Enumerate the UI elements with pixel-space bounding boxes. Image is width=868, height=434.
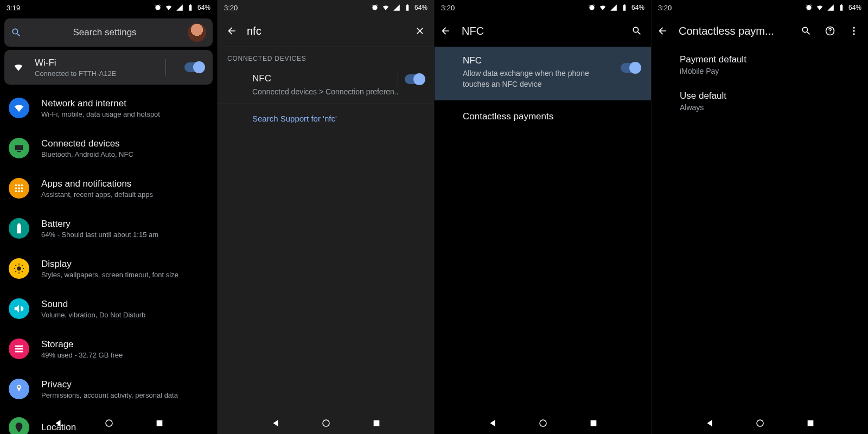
display-icon <box>9 258 29 279</box>
search-input[interactable] <box>247 25 405 37</box>
svg-point-23 <box>853 30 854 31</box>
nfc-sub: Allow data exchange when the phone touch… <box>463 68 593 90</box>
nfc-toggle[interactable] <box>621 63 640 73</box>
row-sub: Styles, wallpapers, screen timeout, font… <box>41 271 208 279</box>
recent-nav-icon[interactable] <box>589 419 598 427</box>
section-label: Connected Devices <box>218 47 434 68</box>
row-title: Payment default <box>680 54 858 65</box>
row-connected-devices[interactable]: Connected devicesBluetooth, Android Auto… <box>0 128 217 168</box>
row-use-default[interactable]: Use default Always <box>652 83 868 119</box>
recent-nav-icon[interactable] <box>372 419 381 427</box>
svg-point-5 <box>21 187 23 189</box>
row-sub: Permissions, account activity, personal … <box>41 391 208 399</box>
back-nav-icon[interactable] <box>271 418 280 428</box>
alarm-icon <box>371 4 379 11</box>
status-icons: 64% <box>371 4 427 11</box>
status-icons: 64% <box>588 4 644 11</box>
profile-avatar[interactable] <box>188 23 206 42</box>
wifi-icon <box>382 4 390 11</box>
row-privacy[interactable]: PrivacyPermissions, account activity, pe… <box>0 369 217 409</box>
close-icon[interactable] <box>414 25 425 36</box>
row-contactless-payments[interactable]: Contactless payments <box>435 100 651 133</box>
battery-icon <box>404 4 411 11</box>
svg-point-6 <box>15 190 17 193</box>
search-icon[interactable] <box>801 25 812 36</box>
help-icon[interactable] <box>825 25 835 36</box>
wifi-toggle[interactable] <box>184 62 204 72</box>
wifi-quick-tile[interactable]: Wi-Fi Connected to FTTH-A12E <box>4 50 213 85</box>
row-display[interactable]: DisplayStyles, wallpapers, screen timeou… <box>0 248 217 289</box>
row-title: Network and internet <box>41 98 208 109</box>
signal-icon <box>176 4 183 11</box>
clock: 3:20 <box>224 4 238 12</box>
battery-text: 64% <box>848 4 861 11</box>
search-settings-bar[interactable]: Search settings <box>4 18 213 47</box>
search-icon[interactable] <box>631 25 642 36</box>
nfc-master-tile[interactable]: NFC Allow data exchange when the phone t… <box>435 47 651 100</box>
back-icon[interactable] <box>657 25 668 36</box>
alarm-icon <box>154 4 162 11</box>
nfc-toggle[interactable] <box>405 74 424 84</box>
row-network[interactable]: Network and internetWi-Fi, mobile, data … <box>0 88 217 128</box>
alarm-icon <box>805 4 813 11</box>
svg-point-13 <box>18 386 20 388</box>
more-icon[interactable] <box>848 25 859 36</box>
row-sub: Volume, vibration, Do Not Disturb <box>41 311 208 319</box>
svg-point-1 <box>18 184 20 187</box>
svg-point-24 <box>853 33 854 35</box>
back-nav-icon[interactable] <box>488 418 497 428</box>
page-title: NFC <box>457 25 622 37</box>
signal-icon <box>827 4 834 11</box>
home-nav-icon[interactable] <box>321 418 331 428</box>
result-nfc[interactable]: NFC Connected devices > Connection prefe… <box>218 68 434 104</box>
status-bar: 3:20 64% <box>652 0 868 15</box>
row-title: Apps and notifications <box>41 178 208 189</box>
battery-text: 64% <box>631 4 644 11</box>
svg-rect-10 <box>15 346 23 347</box>
back-nav-icon[interactable] <box>53 418 63 428</box>
settings-main-screen: 3:19 64% Search settings Wi-Fi Connected… <box>0 0 217 434</box>
row-sound[interactable]: SoundVolume, vibration, Do Not Disturb <box>0 289 217 329</box>
status-icons: 64% <box>154 4 210 11</box>
home-nav-icon[interactable] <box>104 418 114 428</box>
row-battery[interactable]: Battery64% - Should last until about 1:1… <box>0 208 217 248</box>
battery-icon <box>187 4 194 11</box>
status-icons: 64% <box>805 4 861 11</box>
row-sub: 49% used - 32.72 GB free <box>41 351 208 359</box>
svg-rect-12 <box>15 351 23 353</box>
status-bar: 3:20 64% <box>435 0 651 15</box>
search-support-link[interactable]: Search Support for 'nfc' <box>218 104 434 133</box>
svg-point-8 <box>21 190 23 193</box>
back-nav-icon[interactable] <box>705 418 714 428</box>
row-sub: Always <box>680 103 858 112</box>
home-nav-icon[interactable] <box>538 418 548 428</box>
row-apps[interactable]: Apps and notificationsAssistant, recent … <box>0 168 217 208</box>
svg-rect-26 <box>808 420 814 426</box>
wifi-icon <box>13 62 24 73</box>
recent-nav-icon[interactable] <box>806 419 815 427</box>
settings-list[interactable]: Search settings Wi-Fi Connected to FTTH-… <box>0 15 217 434</box>
row-title: Connected devices <box>41 138 208 149</box>
row-title: Sound <box>41 299 208 310</box>
recent-nav-icon[interactable] <box>155 419 164 427</box>
back-icon[interactable] <box>226 25 237 36</box>
svg-point-3 <box>15 187 17 189</box>
svg-point-22 <box>853 27 854 29</box>
contactless-payments-screen: 3:20 64% Contactless paym... Payment def… <box>651 0 868 434</box>
nav-bar <box>0 412 217 434</box>
wifi-icon <box>9 98 29 118</box>
devices-icon <box>9 138 29 158</box>
back-icon[interactable] <box>440 25 451 36</box>
search-header <box>218 15 434 47</box>
sound-icon <box>9 298 29 319</box>
row-sub: Bluetooth, Android Auto, NFC <box>41 150 208 158</box>
home-nav-icon[interactable] <box>755 418 765 428</box>
divider <box>398 72 398 87</box>
nfc-title: NFC <box>463 55 641 66</box>
battery-text: 64% <box>197 4 210 11</box>
clock: 3:20 <box>441 4 455 12</box>
svg-point-2 <box>21 184 23 187</box>
row-payment-default[interactable]: Payment default iMobile Pay <box>652 47 868 83</box>
status-bar: 3:19 64% <box>0 0 217 15</box>
row-storage[interactable]: Storage49% used - 32.72 GB free <box>0 329 217 369</box>
